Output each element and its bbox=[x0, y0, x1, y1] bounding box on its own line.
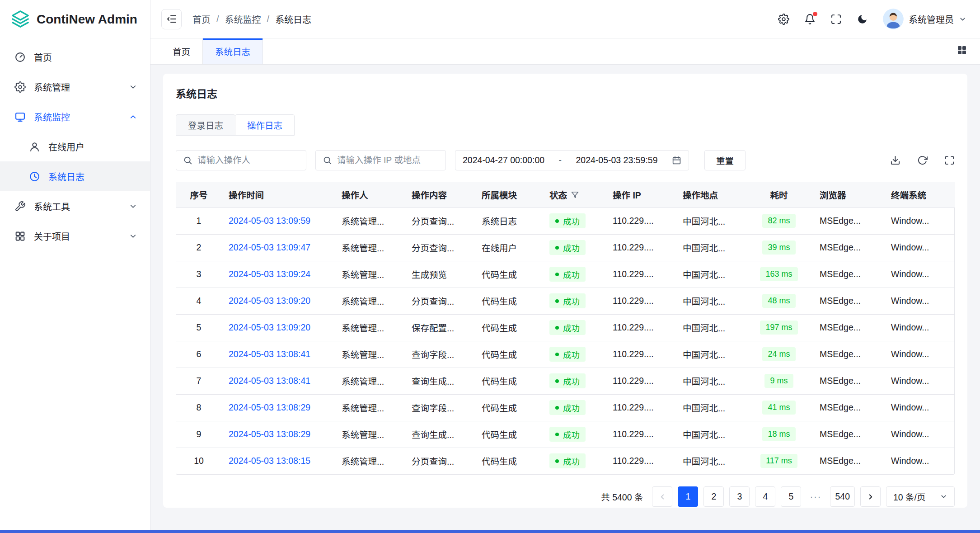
col-ip: 操作 IP bbox=[605, 182, 675, 208]
operation-time-link[interactable]: 2024-05-03 13:08:15 bbox=[229, 456, 310, 466]
cell-operation-time: 2024-05-03 13:08:41 bbox=[221, 368, 334, 394]
sidebar-item-system-management[interactable]: 系统管理 bbox=[0, 72, 150, 102]
status-badge: 成功 bbox=[549, 213, 586, 228]
notification-bell-icon[interactable] bbox=[804, 14, 816, 25]
reset-button[interactable]: 重置 bbox=[704, 150, 746, 170]
page-size-select[interactable]: 10 条/页 bbox=[886, 486, 955, 507]
pagination-ellipsis[interactable]: ··· bbox=[807, 491, 825, 502]
prev-page-button[interactable] bbox=[652, 486, 672, 507]
breadcrumb-item[interactable]: 首页 bbox=[192, 13, 211, 26]
status-dot-icon bbox=[555, 299, 559, 303]
cell-operation-content: 查询生成... bbox=[404, 421, 474, 448]
cell-operation-time: 2024-05-03 13:09:20 bbox=[221, 288, 334, 314]
notification-badge-dot bbox=[813, 12, 817, 16]
cell-index: 1 bbox=[176, 208, 221, 234]
page-button-5[interactable]: 5 bbox=[781, 486, 801, 507]
date-range-separator: - bbox=[559, 155, 562, 165]
operator-search-field[interactable] bbox=[176, 150, 306, 170]
status-dot-icon bbox=[555, 406, 559, 410]
table-row: 7 2024-05-03 13:08:41 系统管理... 查询生成... 代码… bbox=[176, 368, 955, 394]
page-button-3[interactable]: 3 bbox=[729, 486, 750, 507]
tab-system-logs[interactable]: 系统日志 bbox=[203, 38, 263, 64]
duration-badge: 39 ms bbox=[762, 241, 795, 255]
tab-operation-logs[interactable]: 操作日志 bbox=[235, 114, 295, 136]
layout-grid-icon[interactable] bbox=[957, 45, 967, 58]
sidebar-item-online-users[interactable]: 在线用户 bbox=[0, 132, 150, 161]
page-button-1[interactable]: 1 bbox=[678, 486, 698, 507]
bottom-accent-bar bbox=[0, 530, 980, 533]
page-button-last[interactable]: 540 bbox=[830, 486, 855, 507]
status-dot-icon bbox=[555, 353, 559, 356]
breadcrumb-item[interactable]: 系统监控 bbox=[225, 13, 261, 26]
cell-ip: 110.229.... bbox=[605, 341, 675, 368]
ip-search-field[interactable] bbox=[315, 150, 446, 170]
breadcrumb-separator: / bbox=[216, 14, 219, 24]
cell-status: 成功 bbox=[542, 234, 605, 261]
cell-ip: 110.229.... bbox=[605, 288, 675, 314]
cell-module: 代码生成 bbox=[474, 394, 542, 421]
tab-home[interactable]: 首页 bbox=[160, 38, 203, 64]
page-button-2[interactable]: 2 bbox=[703, 486, 724, 507]
refresh-icon[interactable] bbox=[917, 155, 928, 165]
chevron-down-icon bbox=[959, 15, 966, 23]
operator-search-input[interactable] bbox=[197, 155, 299, 165]
page-button-4[interactable]: 4 bbox=[755, 486, 775, 507]
cell-status: 成功 bbox=[542, 314, 605, 341]
cell-browser: MSEdge... bbox=[812, 341, 884, 368]
cell-operation-time: 2024-05-03 13:09:20 bbox=[221, 314, 334, 341]
duration-badge: 41 ms bbox=[762, 401, 795, 415]
sidebar-item-home[interactable]: 首页 bbox=[0, 42, 150, 72]
duration-badge: 18 ms bbox=[762, 427, 795, 441]
ip-search-input[interactable] bbox=[337, 155, 439, 165]
sidebar-item-label: 关于项目 bbox=[34, 230, 70, 243]
sidebar-item-about-project[interactable]: 关于项目 bbox=[0, 221, 150, 251]
col-operation-time: 操作时间 bbox=[221, 182, 334, 208]
cell-module: 代码生成 bbox=[474, 261, 542, 288]
status-badge: 成功 bbox=[549, 320, 586, 335]
expand-table-icon[interactable] bbox=[944, 155, 955, 165]
logo[interactable]: ContiNew Admin bbox=[0, 0, 150, 38]
cell-operation-content: 分页查询... bbox=[404, 234, 474, 261]
cell-duration: 163 ms bbox=[746, 261, 812, 288]
chevron-up-icon bbox=[129, 113, 137, 121]
sidebar-item-system-logs[interactable]: 系统日志 bbox=[0, 161, 150, 191]
cell-module: 系统日志 bbox=[474, 208, 542, 234]
cell-operator: 系统管理... bbox=[334, 448, 404, 474]
pagination-total: 共 5400 条 bbox=[601, 490, 643, 503]
cell-duration: 9 ms bbox=[746, 368, 812, 394]
operation-time-link[interactable]: 2024-05-03 13:08:41 bbox=[229, 349, 310, 359]
sidebar-item-system-monitoring[interactable]: 系统监控 bbox=[0, 102, 150, 132]
operation-time-link[interactable]: 2024-05-03 13:09:59 bbox=[229, 216, 310, 226]
user-menu[interactable]: 系统管理员 bbox=[883, 9, 966, 29]
sidebar-item-label: 系统监控 bbox=[34, 110, 70, 123]
tab-login-logs[interactable]: 登录日志 bbox=[176, 114, 235, 136]
operation-time-link[interactable]: 2024-05-03 13:09:47 bbox=[229, 242, 310, 252]
cell-status: 成功 bbox=[542, 448, 605, 474]
status-filter-icon[interactable] bbox=[571, 191, 579, 198]
cell-status: 成功 bbox=[542, 288, 605, 314]
sidebar-item-system-tools[interactable]: 系统工具 bbox=[0, 191, 150, 221]
date-range-picker[interactable]: 2024-04-27 00:00:00 - 2024-05-03 23:59:5… bbox=[455, 150, 689, 170]
download-icon[interactable] bbox=[890, 155, 900, 165]
operation-time-link[interactable]: 2024-05-03 13:09:20 bbox=[229, 296, 310, 306]
fullscreen-icon[interactable] bbox=[830, 14, 842, 25]
breadcrumb-separator: / bbox=[267, 14, 270, 24]
sidebar-collapse-button[interactable] bbox=[161, 9, 182, 29]
operation-time-link[interactable]: 2024-05-03 13:09:20 bbox=[229, 322, 310, 332]
settings-gear-icon[interactable] bbox=[778, 14, 789, 25]
search-icon bbox=[323, 156, 332, 165]
cell-operator: 系统管理... bbox=[334, 234, 404, 261]
next-page-button[interactable] bbox=[860, 486, 881, 507]
dark-mode-moon-icon[interactable] bbox=[857, 14, 868, 25]
operation-time-link[interactable]: 2024-05-03 13:08:29 bbox=[229, 402, 310, 412]
operation-time-link[interactable]: 2024-05-03 13:08:41 bbox=[229, 376, 310, 386]
cell-operator: 系统管理... bbox=[334, 341, 404, 368]
operation-time-link[interactable]: 2024-05-03 13:08:29 bbox=[229, 429, 310, 439]
cell-status: 成功 bbox=[542, 394, 605, 421]
cell-index: 2 bbox=[176, 234, 221, 261]
cell-index: 8 bbox=[176, 394, 221, 421]
operation-time-link[interactable]: 2024-05-03 13:09:24 bbox=[229, 269, 310, 279]
cell-browser: MSEdge... bbox=[812, 234, 884, 261]
cell-operator: 系统管理... bbox=[334, 394, 404, 421]
cell-module: 代码生成 bbox=[474, 314, 542, 341]
